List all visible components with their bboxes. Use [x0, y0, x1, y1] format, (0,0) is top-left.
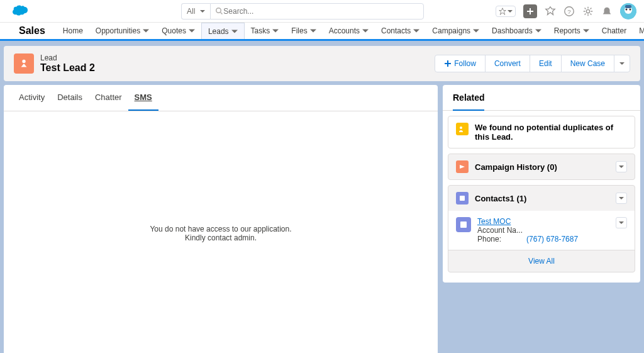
- contact-account-label: Account Na...: [477, 226, 609, 235]
- svg-line-1: [221, 12, 223, 14]
- search-scope-dropdown[interactable]: All: [181, 3, 210, 20]
- setup-icon[interactable]: [582, 6, 594, 17]
- svg-point-7: [626, 8, 628, 10]
- nav-item-leads[interactable]: Leads: [201, 23, 245, 39]
- nav-item-reports[interactable]: Reports: [548, 23, 596, 39]
- duplicates-icon: [456, 123, 469, 135]
- search-input[interactable]: [223, 7, 418, 16]
- contacts-title[interactable]: Contacts1 (1): [475, 194, 526, 203]
- nav-item-opportunities[interactable]: Opportunities: [89, 23, 155, 39]
- edit-button[interactable]: Edit: [530, 55, 562, 72]
- nav-item-campaigns[interactable]: Campaigns: [426, 23, 486, 39]
- tab-chatter[interactable]: Chatter: [89, 85, 128, 111]
- nav-item-accounts[interactable]: Accounts: [323, 23, 375, 39]
- contact-item-icon: [456, 217, 471, 232]
- guidance-icon[interactable]: [545, 6, 556, 17]
- duplicates-message: We found no potential duplicates of this…: [475, 123, 627, 142]
- view-all-link[interactable]: View All: [448, 250, 635, 272]
- campaign-icon: [456, 160, 469, 173]
- salesforce-logo: [8, 4, 30, 19]
- chevron-down-icon: [473, 28, 479, 34]
- nav-item-contacts[interactable]: Contacts: [375, 23, 426, 39]
- svg-point-11: [460, 126, 462, 129]
- record-header: Lead Test Lead 2 Follow Convert Edit New…: [4, 46, 640, 81]
- contact-phone-label: Phone:: [477, 235, 501, 244]
- svg-rect-9: [625, 5, 631, 8]
- chevron-down-icon: [362, 28, 369, 34]
- chevron-down-icon: [231, 28, 238, 35]
- related-tab[interactable]: Related: [443, 85, 640, 111]
- search-scope-label: All: [187, 7, 195, 16]
- app-launcher-icon[interactable]: [8, 25, 10, 37]
- chevron-down-icon: [189, 28, 195, 34]
- sms-error-line2: Kindly contact admin.: [16, 233, 425, 242]
- svg-point-4: [586, 9, 589, 13]
- chevron-down-icon: [143, 28, 149, 34]
- campaign-history-menu[interactable]: [616, 161, 627, 172]
- new-case-button[interactable]: New Case: [561, 55, 614, 72]
- nav-item-more[interactable]: More: [633, 23, 644, 39]
- contact-row-menu[interactable]: [616, 217, 627, 228]
- chevron-down-icon: [310, 28, 316, 34]
- record-object-label: Lead: [40, 53, 95, 62]
- chevron-down-icon: [583, 28, 589, 34]
- contact-name-link[interactable]: Test MOC: [477, 217, 609, 226]
- search-icon: [216, 8, 223, 15]
- sms-error-line1: You do not have access to our applicatio…: [16, 225, 425, 233]
- tab-sms[interactable]: SMS: [128, 85, 158, 111]
- nav-item-chatter[interactable]: Chatter: [596, 23, 633, 39]
- nav-item-files[interactable]: Files: [285, 23, 322, 39]
- nav-item-home[interactable]: Home: [57, 23, 89, 39]
- chevron-down-icon: [272, 28, 279, 34]
- convert-button[interactable]: Convert: [485, 55, 530, 72]
- help-icon[interactable]: ?: [564, 6, 575, 17]
- chevron-down-icon: [535, 28, 541, 34]
- contacts-menu[interactable]: [616, 193, 627, 204]
- follow-button[interactable]: Follow: [435, 55, 486, 72]
- nav-item-dashboards[interactable]: Dashboards: [486, 23, 548, 39]
- svg-rect-12: [460, 196, 465, 201]
- record-name: Test Lead 2: [40, 62, 95, 74]
- user-avatar[interactable]: [620, 3, 636, 20]
- favorites-button[interactable]: [496, 6, 516, 17]
- notifications-icon[interactable]: [601, 6, 613, 17]
- campaign-history-title[interactable]: Campaign History (0): [475, 162, 557, 172]
- svg-point-8: [630, 8, 631, 10]
- nav-item-tasks[interactable]: Tasks: [245, 23, 286, 39]
- svg-point-0: [216, 8, 221, 13]
- svg-rect-13: [460, 221, 467, 228]
- svg-point-10: [22, 60, 25, 63]
- nav-item-quotes[interactable]: Quotes: [155, 23, 201, 39]
- tab-details[interactable]: Details: [51, 85, 89, 111]
- contact-phone-link[interactable]: (767) 678-7687: [526, 235, 578, 244]
- svg-text:?: ?: [567, 8, 571, 14]
- global-actions-button[interactable]: [523, 4, 537, 18]
- chevron-down-icon: [413, 28, 419, 34]
- more-actions-button[interactable]: [614, 55, 630, 72]
- tab-activity[interactable]: Activity: [13, 85, 51, 111]
- contacts-icon: [456, 192, 469, 205]
- app-name: Sales: [19, 25, 45, 36]
- lead-icon: [14, 53, 34, 74]
